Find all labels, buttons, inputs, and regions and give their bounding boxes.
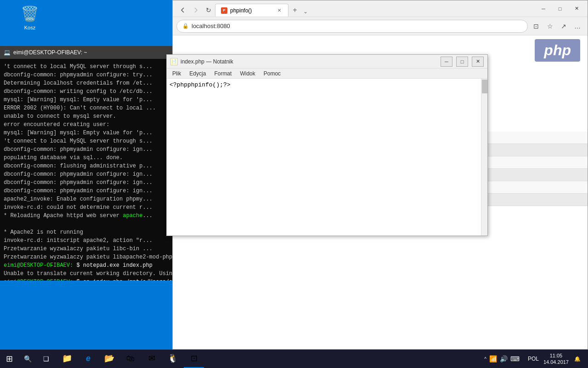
menu-pomoc[interactable]: Pomoc xyxy=(260,69,284,78)
new-tab-button[interactable]: + xyxy=(288,4,301,17)
recycle-bin-icon[interactable]: 🗑️ Kosz xyxy=(14,5,46,30)
task-view-button[interactable]: ❑ xyxy=(37,350,55,368)
taskbar-app-store[interactable]: 🛍 xyxy=(120,350,141,368)
browser-tab-bar: ↻ P phpinfo() ✕ + ⌄ xyxy=(176,0,534,17)
taskbar-app-edge[interactable]: e xyxy=(78,350,98,368)
volume-icon[interactable]: 🔊 xyxy=(500,355,508,362)
notepad-editor[interactable]: <?phpphpinfo();?> xyxy=(167,79,487,236)
taskbar-app-mail[interactable]: ✉ xyxy=(141,350,162,368)
store-icon: 🛍 xyxy=(126,354,135,363)
browser-win-controls: ─ □ ✕ xyxy=(536,3,584,14)
task-view-icon: ❑ xyxy=(43,355,49,362)
terminal-taskbar-icon: ⊡ xyxy=(191,353,198,363)
notepad-minimize-button[interactable]: ─ xyxy=(441,57,452,67)
menu-widok[interactable]: Widok xyxy=(236,69,259,78)
more-actions-button[interactable]: … xyxy=(571,20,584,33)
taskbar-app-files[interactable]: 📂 xyxy=(99,350,119,368)
browser-active-tab[interactable]: P phpinfo() ✕ xyxy=(215,4,288,17)
browser-back-button[interactable] xyxy=(176,4,189,17)
notepad-close-button[interactable]: ✕ xyxy=(472,57,484,67)
address-text: localhost:8080 xyxy=(192,23,522,29)
tab-label: phpinfo() xyxy=(230,7,252,14)
edge-icon: e xyxy=(86,354,90,363)
taskbar-sys-icons: ^ 📶 🔊 ⌨ xyxy=(481,355,523,362)
browser-maximize-button[interactable]: □ xyxy=(553,3,567,14)
notepad-menubar: Plik Edycja Format Widok Pomoc xyxy=(167,69,487,79)
scrollbar-thumb[interactable] xyxy=(482,80,487,93)
browser-action-buttons: ⊡ ☆ ↗ … xyxy=(530,20,584,33)
language-selector[interactable]: POL xyxy=(525,356,542,362)
desktop: 🗑️ Kosz 💻 eimi@DESKTOP-OFIBAEV: ~ ─ □ ✕ … xyxy=(0,0,588,368)
notepad-window: 📄 index.php — Notatnik ─ □ ✕ Plik Edycja… xyxy=(166,54,488,236)
browser-toolbar: 🔒 localhost:8080 ⊡ ☆ ↗ … xyxy=(173,17,588,35)
taskbar-app-ubuntu[interactable]: 🐧 xyxy=(163,350,183,368)
browser-minimize-button[interactable]: ─ xyxy=(536,3,551,14)
notepad-title: index.php — Notatnik xyxy=(181,58,437,65)
notification-button[interactable]: 🔔 xyxy=(571,350,584,368)
files-icon: 📂 xyxy=(104,353,114,363)
search-icon: 🔍 xyxy=(24,355,32,362)
taskbar: ⊞ 🔍 ❑ 📁 e 📂 🛍 ✉ 🐧 xyxy=(0,350,588,368)
taskbar-clock[interactable]: 11:05 14.04.2017 xyxy=(543,352,569,366)
browser-titlebar: ↻ P phpinfo() ✕ + ⌄ ─ □ ✕ xyxy=(173,0,588,17)
notification-icon: 🔔 xyxy=(574,356,581,362)
taskbar-app-explorer[interactable]: 📁 xyxy=(57,350,77,368)
menu-format[interactable]: Format xyxy=(210,69,235,78)
share-button[interactable]: ↗ xyxy=(557,20,570,33)
start-button[interactable]: ⊞ xyxy=(0,350,18,368)
taskbar-app-icons: 📁 e 📂 🛍 ✉ 🐧 ⊡ xyxy=(57,350,204,368)
taskbar-right: ^ 📶 🔊 ⌨ POL 11:05 14.04.2017 🔔 xyxy=(481,350,588,368)
notepad-content: <?phpphpinfo();?> xyxy=(170,81,231,88)
ubuntu-icon: 🐧 xyxy=(168,353,178,363)
explorer-icon: 📁 xyxy=(62,353,72,363)
network-icon[interactable]: 📶 xyxy=(489,355,497,362)
menu-edycja[interactable]: Edycja xyxy=(186,69,209,78)
browser-close-button[interactable]: ✕ xyxy=(569,3,584,14)
browser-forward-button[interactable] xyxy=(189,4,202,17)
notepad-maximize-button[interactable]: □ xyxy=(456,57,468,67)
notepad-titlebar: 📄 index.php — Notatnik ─ □ ✕ xyxy=(167,55,487,69)
menu-plik[interactable]: Plik xyxy=(169,69,185,78)
address-lock-icon: 🔒 xyxy=(182,23,189,29)
terminal-icon: 💻 xyxy=(4,49,11,56)
sidebar-toggle-button[interactable]: ⊡ xyxy=(530,20,543,33)
address-bar[interactable]: 🔒 localhost:8080 xyxy=(176,20,528,33)
php-logo: php xyxy=(535,39,580,62)
bookmark-button[interactable]: ☆ xyxy=(543,20,556,33)
browser-refresh-button[interactable]: ↻ xyxy=(202,4,215,17)
keyboard-icon[interactable]: ⌨ xyxy=(510,355,520,362)
tab-close-button[interactable]: ✕ xyxy=(276,7,283,14)
tab-favicon: P xyxy=(221,7,227,14)
mail-icon: ✉ xyxy=(148,353,155,363)
taskbar-search-button[interactable]: 🔍 xyxy=(18,350,37,368)
taskbar-app-terminal[interactable]: ⊡ xyxy=(184,350,204,368)
clock-date: 14.04.2017 xyxy=(543,359,569,365)
start-icon: ⊞ xyxy=(6,354,13,364)
notepad-scrollbar[interactable] xyxy=(481,79,487,236)
show-hidden-icon[interactable]: ^ xyxy=(484,356,486,362)
more-tabs-button[interactable]: ⌄ xyxy=(301,6,310,17)
clock-time: 11:05 xyxy=(543,352,569,359)
notepad-icon: 📄 xyxy=(170,58,178,65)
